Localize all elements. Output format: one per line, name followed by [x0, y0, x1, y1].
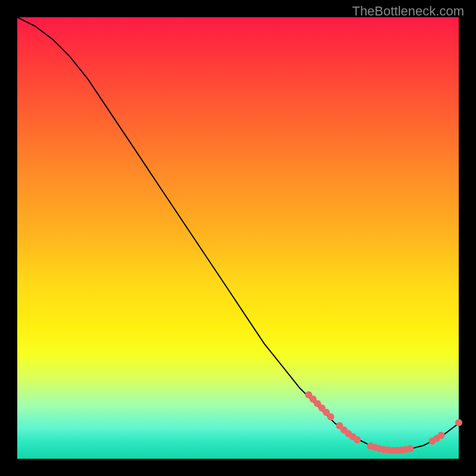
data-markers	[305, 391, 462, 454]
data-marker	[406, 445, 414, 452]
chart-container: TheBottleneck.com	[0, 0, 476, 476]
chart-svg	[17, 17, 459, 459]
data-marker	[455, 419, 462, 426]
data-marker	[437, 432, 444, 439]
data-marker	[353, 436, 361, 443]
bottleneck-curve-line	[17, 17, 459, 450]
watermark-text: TheBottleneck.com	[352, 4, 464, 19]
data-marker	[327, 414, 334, 421]
